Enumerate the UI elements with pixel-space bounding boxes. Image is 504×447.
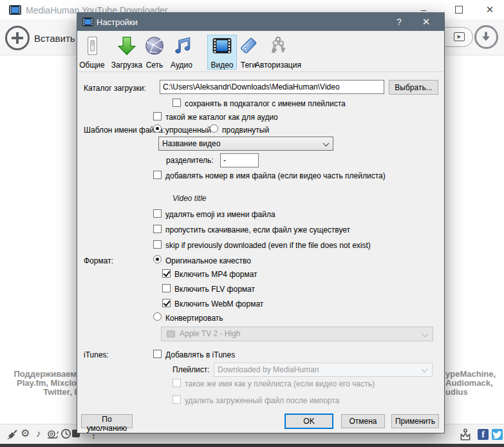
template-advanced-label[interactable]: продвинутый xyxy=(222,126,269,135)
add-number-checkbox[interactable] xyxy=(153,171,162,179)
download-dir-label: Каталог загрузки: xyxy=(84,84,146,93)
download-dir-input[interactable] xyxy=(160,80,384,94)
settings-gear-icon[interactable]: ⚙ xyxy=(21,427,30,439)
same-dir-as-audio-label[interactable]: такой же каталог как для аудио xyxy=(165,113,278,122)
skip-previous-label[interactable]: skip if previously downloaded (even if t… xyxy=(165,241,371,250)
webm-checkbox[interactable] xyxy=(162,299,171,307)
convert-preset-value: Apple TV 2 - High xyxy=(180,329,241,338)
playlist-value: Downloaded by MediaHuman xyxy=(218,365,319,374)
filename-preview: Video title xyxy=(173,194,206,203)
remove-emoji-label[interactable]: удалять emoji из имени файла xyxy=(165,210,275,219)
supported-sites-text-right: ypeMachine, Audiomack, udius xyxy=(445,370,496,397)
add-number-label[interactable]: добавлять номер в имя файла (если видео … xyxy=(165,171,386,180)
switch-icon xyxy=(81,35,103,57)
mediahuman-mascot-icon[interactable] xyxy=(458,428,472,442)
music-note-icon[interactable]: ♪ xyxy=(36,428,41,439)
download-button[interactable] xyxy=(474,25,498,49)
download-arrow-icon xyxy=(480,31,492,43)
apply-button[interactable]: Применить xyxy=(391,414,439,428)
remove-emoji-checkbox[interactable] xyxy=(153,209,162,218)
format-label: Формат: xyxy=(84,256,113,265)
maximize-button[interactable] xyxy=(455,6,463,14)
clear-list-icon[interactable] xyxy=(5,428,18,441)
choose-dir-button[interactable]: Выбрать... xyxy=(389,80,438,95)
playlist-label: Плейлист: xyxy=(173,365,210,374)
skip-download-checkbox[interactable] xyxy=(153,225,162,233)
defaults-button[interactable]: По умолчанию xyxy=(81,414,133,428)
window-bottom-edge xyxy=(0,444,504,447)
settings-dialog: Настройки ? ✕ Общие Загрузка xyxy=(77,13,444,433)
video-list-icon: ▶ xyxy=(454,32,465,41)
template-simple-radio[interactable] xyxy=(153,124,162,133)
delete-after-import-checkbox xyxy=(173,395,181,404)
original-quality-label[interactable]: Оригинальное качество xyxy=(165,256,251,265)
convert-label[interactable]: Конвертировать xyxy=(165,314,223,323)
original-quality-radio[interactable] xyxy=(153,255,162,263)
convert-preset-select: Apple TV 2 - High xyxy=(161,327,433,341)
settings-form: Каталог загрузки: Выбрать... сохранять в… xyxy=(77,72,444,433)
cancel-button[interactable]: Отмена xyxy=(341,414,385,428)
tab-label: Авторизация xyxy=(252,61,304,70)
flv-label[interactable]: Включить FLV формат xyxy=(174,285,255,294)
chevron-down-icon xyxy=(422,331,429,338)
flv-checkbox[interactable] xyxy=(162,284,171,292)
tab-authorization[interactable]: Авторизация xyxy=(252,35,304,70)
keys-icon xyxy=(267,35,289,57)
itunes-label: iTunes: xyxy=(84,350,109,359)
schedule-clock-icon[interactable] xyxy=(61,428,71,439)
mp4-checkbox[interactable] xyxy=(162,269,171,278)
dialog-app-icon xyxy=(82,17,93,26)
chevron-down-icon xyxy=(323,140,330,147)
dialog-close-button[interactable]: ✕ xyxy=(417,15,435,28)
save-to-subfolder-label[interactable]: сохранять в подкаталог с именем плейлист… xyxy=(185,99,346,108)
app-icon xyxy=(9,5,21,15)
skip-download-label[interactable]: пропустить скачивание, если файл уже сущ… xyxy=(165,225,350,234)
playlist-select: Downloaded by MediaHuman xyxy=(214,363,433,377)
music-note-icon xyxy=(171,35,192,57)
webm-label[interactable]: Включить WebM формат xyxy=(174,300,263,309)
same-dir-as-audio-checkbox[interactable] xyxy=(153,112,162,120)
separator-input[interactable] xyxy=(220,153,259,167)
supported-sites-text-left: Поддерживаем Play.fm, Mixclo Twitter, I xyxy=(14,370,77,397)
separator-label: разделитель: xyxy=(166,156,214,165)
save-to-subfolder-checkbox[interactable] xyxy=(173,99,181,107)
add-to-itunes-label[interactable]: Добавлять в iTunes xyxy=(165,350,235,359)
ok-button[interactable]: OK xyxy=(285,414,333,429)
same-name-as-playlist-label: такое же имя как у плейлиста (если видео… xyxy=(185,379,375,388)
preset-icon xyxy=(167,330,175,338)
convert-radio[interactable] xyxy=(153,312,162,321)
template-select-value: Название видео xyxy=(162,139,220,148)
add-to-itunes-checkbox[interactable] xyxy=(153,350,162,358)
settings-tabbar: Общие Загрузка Сеть Аудио xyxy=(77,31,444,72)
twitter-icon[interactable] xyxy=(492,429,503,440)
dialog-titlebar: Настройки ? ✕ xyxy=(77,13,444,31)
facebook-icon[interactable]: f xyxy=(478,429,489,440)
speed-limit-snail-icon[interactable] xyxy=(46,429,59,439)
template-simple-label[interactable]: упрощенный xyxy=(165,126,211,135)
dialog-title: Настройки xyxy=(97,17,138,27)
paste-link-icon[interactable] xyxy=(5,26,30,50)
skip-previous-checkbox[interactable] xyxy=(153,240,162,249)
mp4-label[interactable]: Включить MP4 формат xyxy=(174,270,257,279)
template-advanced-radio[interactable] xyxy=(210,124,218,133)
template-select[interactable]: Название видео xyxy=(158,137,333,151)
same-name-as-playlist-checkbox xyxy=(173,379,181,387)
dialog-help-button[interactable]: ? xyxy=(390,15,408,28)
chevron-down-icon xyxy=(422,366,428,373)
delete-after-import-label: удалить загруженный файл после импорта xyxy=(185,396,339,405)
close-button[interactable]: ✕ xyxy=(481,3,498,17)
